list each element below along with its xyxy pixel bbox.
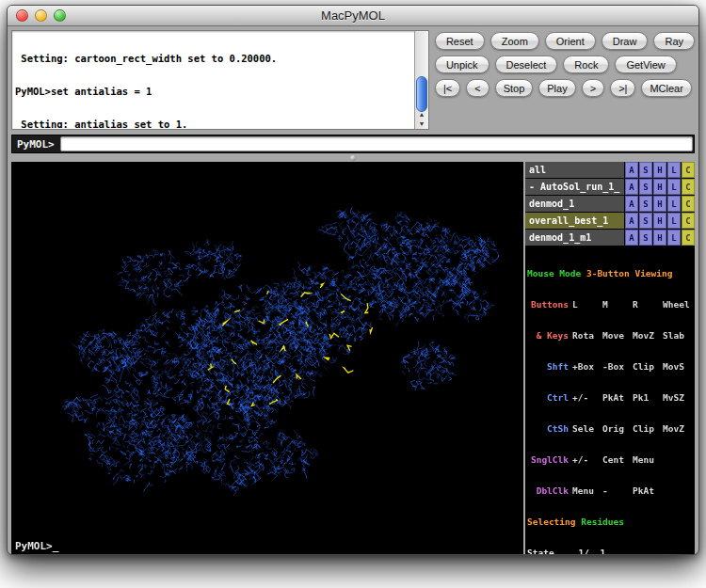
unpick-button[interactable]: Unpick bbox=[435, 56, 489, 73]
object-labelmenu-button[interactable]: L bbox=[667, 213, 681, 229]
object-action-button[interactable]: A bbox=[625, 213, 638, 229]
selecting-value[interactable]: Residues bbox=[581, 516, 624, 527]
object-hide-button[interactable]: H bbox=[653, 230, 666, 246]
macpymol-window: MacPyMOL Setting: cartoon_rect_width set… bbox=[7, 5, 699, 555]
console-scrollbar[interactable]: ▲ ▼ bbox=[414, 31, 428, 129]
mouse-cell: PkAt bbox=[602, 392, 633, 403]
mouse-cell bbox=[663, 454, 693, 465]
object-show-button[interactable]: S bbox=[639, 179, 652, 195]
mouse-cell: Sele bbox=[572, 423, 602, 434]
object-label[interactable]: - AutoSol_run_1_ bbox=[525, 179, 624, 195]
minimize-window-button[interactable] bbox=[35, 9, 47, 22]
object-action-button[interactable]: A bbox=[625, 196, 638, 212]
getview-button[interactable]: GetView bbox=[615, 56, 676, 73]
mouse-matrix-row: Buttons L M R Wheel bbox=[527, 299, 695, 310]
ray-button[interactable]: Ray bbox=[653, 32, 695, 50]
mouse-matrix-row: DblClk Menu - PkAt bbox=[527, 485, 695, 496]
movie-stop-button[interactable]: Stop bbox=[495, 79, 534, 97]
object-labelmenu-button[interactable]: L bbox=[667, 196, 681, 212]
object-row-autosol-group: - AutoSol_run_1_ A S H L C bbox=[525, 179, 695, 195]
console-log[interactable]: Setting: cartoon_rect_width set to 0.200… bbox=[11, 30, 429, 130]
splitter-handle-icon[interactable] bbox=[350, 155, 356, 161]
object-show-button[interactable]: S bbox=[639, 162, 652, 178]
object-labelmenu-button[interactable]: L bbox=[667, 230, 681, 246]
mouse-cell: Orig bbox=[602, 423, 633, 434]
mouse-cell: -Box bbox=[602, 361, 633, 372]
state-label: State bbox=[527, 548, 554, 555]
viewport-prompt: PyMOL>_ bbox=[11, 539, 523, 554]
mouse-matrix-row: Shft +Box -Box Clip MovS bbox=[527, 361, 695, 372]
mouse-matrix-row: CtSh Sele Orig Clip MovZ bbox=[527, 423, 695, 434]
mouse-cell: Rota bbox=[572, 330, 602, 341]
mouse-cell bbox=[663, 485, 693, 496]
scrollbar-thumb[interactable] bbox=[416, 76, 427, 112]
mouse-row-head: Buttons bbox=[527, 299, 572, 310]
mouse-cell: - bbox=[602, 485, 633, 496]
object-show-button[interactable]: S bbox=[639, 196, 652, 212]
draw-button[interactable]: Draw bbox=[602, 32, 649, 50]
movie-back-button[interactable]: < bbox=[466, 79, 489, 97]
mouse-row-head: CtSh bbox=[527, 423, 572, 434]
movie-forward-button[interactable]: > bbox=[582, 79, 604, 97]
scroll-down-icon[interactable]: ▼ bbox=[418, 119, 425, 129]
object-labelmenu-button[interactable]: L bbox=[667, 179, 681, 195]
mouse-matrix-row: & Keys Rota Move MovZ Slab bbox=[527, 330, 695, 341]
zoom-button[interactable]: Zoom bbox=[490, 32, 539, 50]
mouse-cell: +Box bbox=[572, 361, 602, 372]
mouse-cell: Wheel bbox=[663, 299, 693, 310]
object-label[interactable]: overall_best_1 bbox=[525, 213, 624, 229]
object-row-all: all A S H L C bbox=[525, 162, 695, 178]
window-title: MacPyMOL bbox=[321, 8, 385, 23]
mouse-matrix-row: SnglClk +/- Cent Menu bbox=[527, 454, 695, 465]
object-hide-button[interactable]: H bbox=[653, 196, 666, 212]
command-row: PyMOL> bbox=[11, 135, 695, 153]
zoom-window-button[interactable] bbox=[54, 9, 66, 22]
object-action-button[interactable]: A bbox=[625, 179, 638, 195]
viewport-canvas[interactable] bbox=[11, 162, 523, 539]
object-show-button[interactable]: S bbox=[639, 213, 652, 229]
object-action-button[interactable]: A bbox=[625, 162, 638, 178]
console-line: Setting: antialias set to 1. bbox=[15, 119, 413, 128]
object-label[interactable]: denmod_1 bbox=[525, 196, 624, 212]
object-action-button[interactable]: A bbox=[625, 230, 638, 246]
close-window-button[interactable] bbox=[16, 9, 28, 22]
mouse-cell: Menu bbox=[572, 485, 602, 496]
object-hide-button[interactable]: H bbox=[653, 179, 666, 195]
mouse-matrix-row: Ctrl +/- PkAt Pk1 MvSZ bbox=[527, 392, 695, 403]
console-line: PyMOL>set antialias = 1 bbox=[15, 87, 413, 98]
movie-play-button[interactable]: Play bbox=[538, 79, 575, 97]
console-line: Setting: cartoon_rect_width set to 0.200… bbox=[15, 54, 413, 65]
pane-splitter[interactable] bbox=[8, 153, 698, 162]
object-hide-button[interactable]: H bbox=[653, 162, 666, 178]
mouse-cell: Menu bbox=[633, 454, 663, 465]
object-show-button[interactable]: S bbox=[639, 230, 652, 246]
command-input[interactable] bbox=[60, 136, 693, 151]
reset-button[interactable]: Reset bbox=[435, 32, 485, 50]
object-hide-button[interactable]: H bbox=[653, 213, 666, 229]
mouse-mode-value[interactable]: 3-Button Viewing bbox=[586, 268, 673, 278]
titlebar[interactable]: MacPyMOL bbox=[8, 6, 698, 26]
scroll-up-icon[interactable]: ▲ bbox=[418, 110, 425, 119]
mouse-row-head: & Keys bbox=[527, 330, 572, 341]
mouse-cell: MovZ bbox=[633, 330, 663, 341]
upper-section: Setting: cartoon_rect_width set to 0.200… bbox=[8, 26, 698, 132]
object-color-button[interactable]: C bbox=[682, 230, 695, 246]
orient-button[interactable]: Orient bbox=[545, 32, 596, 50]
rock-button[interactable]: Rock bbox=[563, 56, 609, 73]
object-color-button[interactable]: C bbox=[682, 162, 695, 178]
movie-last-button[interactable]: >| bbox=[610, 79, 635, 97]
movie-first-button[interactable]: |< bbox=[435, 79, 460, 97]
deselect-button[interactable]: Deselect bbox=[495, 56, 558, 73]
object-labelmenu-button[interactable]: L bbox=[667, 162, 681, 178]
mouse-mode-label: Mouse Mode bbox=[527, 268, 581, 278]
object-color-button[interactable]: C bbox=[682, 213, 695, 229]
mclear-button[interactable]: MClear bbox=[641, 79, 691, 97]
console-text: Setting: cartoon_rect_width set to 0.200… bbox=[15, 32, 413, 128]
object-label[interactable]: all bbox=[525, 162, 624, 178]
mouse-cell: M bbox=[602, 299, 633, 310]
object-color-button[interactable]: C bbox=[682, 179, 695, 195]
mouse-cell: Slab bbox=[663, 330, 693, 341]
object-color-button[interactable]: C bbox=[682, 196, 695, 212]
object-row-overall-best-1: overall_best_1 A S H L C bbox=[525, 213, 695, 229]
object-label[interactable]: denmod_1_m1 bbox=[525, 230, 624, 246]
